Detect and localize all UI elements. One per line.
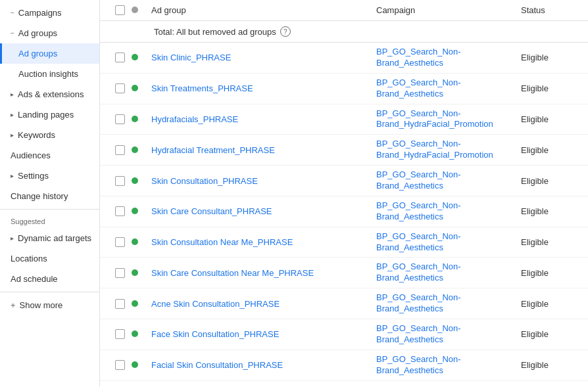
ad-group-cell: Skin Care Consultant_PHRASE xyxy=(151,206,376,216)
ad-group-link[interactable]: Skin Clinic_PHRASE xyxy=(151,53,231,62)
row-checkbox-col[interactable] xyxy=(108,53,132,62)
status-cell: Eligible xyxy=(521,114,580,124)
ad-group-cell: Hydrafacials_PHRASE xyxy=(151,114,376,124)
sidebar-item-label: Ad groups xyxy=(18,28,57,38)
sidebar-item-auction-insights[interactable]: Auction insights xyxy=(0,64,99,84)
table-row: Hydrafacials_PHRASEBP_GO_Search_Non-Bran… xyxy=(100,104,588,135)
table-row: Acne Skin Consultation_PHRASEBP_GO_Searc… xyxy=(100,288,588,319)
status-dot xyxy=(132,239,138,245)
help-icon[interactable]: ? xyxy=(280,26,291,37)
status-dot xyxy=(132,85,138,91)
ad-group-link[interactable]: Facial Skin Consultation_PHRASE xyxy=(151,360,283,370)
row-checkbox-col[interactable] xyxy=(108,237,132,247)
sidebar-item-audiences[interactable]: Audiences xyxy=(0,145,99,166)
sidebar-item-label: Settings xyxy=(18,171,49,181)
row-checkbox-col[interactable] xyxy=(108,145,132,155)
status-dot-col xyxy=(132,206,151,216)
row-checkbox[interactable] xyxy=(115,360,125,370)
chevron-icon: ▸ xyxy=(11,172,14,179)
ad-group-link[interactable]: Hydrafacial Treatment_PHRASE xyxy=(151,145,275,155)
row-checkbox-col[interactable] xyxy=(108,114,132,124)
row-checkbox-col[interactable] xyxy=(108,329,132,339)
chevron-icon: ▸ xyxy=(11,131,14,139)
campaign-link[interactable]: BP_GO_Search_Non-Brand_Aesthetics xyxy=(376,231,461,252)
row-checkbox[interactable] xyxy=(115,329,125,339)
ad-group-cell: Hydrafacial Treatment_PHRASE xyxy=(151,145,376,155)
campaign-link[interactable]: BP_GO_Search_Non-Brand_Aesthetics xyxy=(376,323,461,344)
campaign-cell: BP_GO_Search_Non-Brand_Aesthetics xyxy=(376,78,521,100)
table-row: Skin Care Consultation Near Me_PHRASEBP_… xyxy=(100,258,588,288)
sidebar-item-landing-pages[interactable]: ▸ Landing pages xyxy=(0,104,99,125)
ad-group-link[interactable]: Skin Consultation_PHRASE xyxy=(151,176,258,186)
status-cell: Eligible xyxy=(521,53,580,62)
campaign-link[interactable]: BP_GO_Search_Non-Brand_Aesthetics xyxy=(376,292,461,313)
sidebar-item-settings[interactable]: ▸ Settings xyxy=(0,166,99,186)
row-checkbox-col[interactable] xyxy=(108,206,132,216)
row-checkbox[interactable] xyxy=(115,83,125,93)
row-checkbox-col[interactable] xyxy=(108,83,132,93)
select-all-checkbox[interactable] xyxy=(115,5,125,15)
row-checkbox[interactable] xyxy=(115,176,125,186)
table-row: Hydrafacial Treatment_PHRASEBP_GO_Search… xyxy=(100,135,588,166)
chevron-icon: ▸ xyxy=(11,91,14,98)
campaign-cell: BP_GO_Search_Non-Brand_Aesthetics xyxy=(376,200,521,223)
sidebar-item-adgroups-parent[interactable]: − Ad groups xyxy=(0,23,99,43)
status-dot xyxy=(132,361,138,368)
sidebar-item-campaigns[interactable]: − Campaigns xyxy=(0,3,99,23)
ad-group-link[interactable]: Acne Skin Consultation_PHRASE xyxy=(151,299,280,309)
campaign-link[interactable]: BP_GO_Search_Non-Brand_Aesthetics xyxy=(376,47,461,68)
status-dot-col xyxy=(132,114,151,124)
sidebar-item-ad-schedule[interactable]: Ad schedule xyxy=(0,269,99,289)
sidebar-item-dynamic-ad-targets[interactable]: ▸ Dynamic ad targets xyxy=(0,228,99,248)
status-dot-col xyxy=(132,299,151,309)
row-checkbox[interactable] xyxy=(115,206,125,216)
sidebar-item-label: Campaigns xyxy=(18,8,62,18)
chevron-icon: ▸ xyxy=(11,235,14,242)
ad-group-cell: Skin Clinic_PHRASE xyxy=(151,53,376,62)
row-checkbox[interactable] xyxy=(115,299,125,309)
row-checkbox[interactable] xyxy=(115,53,125,62)
campaign-link[interactable]: BP_GO_Search_Non-Brand_Aesthetics xyxy=(376,200,461,221)
sidebar-item-label: Locations xyxy=(11,254,47,263)
row-checkbox[interactable] xyxy=(115,237,125,247)
status-cell: Eligible xyxy=(521,176,580,186)
campaign-cell: BP_GO_Search_Non-Brand_HydraFacial_Promo… xyxy=(376,108,521,131)
table-row: Skin Care Consultant_PHRASEBP_GO_Search_… xyxy=(100,196,588,227)
row-checkbox[interactable] xyxy=(115,145,125,155)
status-dot-col xyxy=(132,329,151,339)
campaign-link[interactable]: BP_GO_Search_Non-Brand_Aesthetics xyxy=(376,354,461,375)
row-checkbox[interactable] xyxy=(115,268,125,278)
sidebar-item-adgroups[interactable]: Ad groups xyxy=(0,43,99,64)
chevron-icon: − xyxy=(11,30,14,37)
ad-group-cell: Skin Consultation_PHRASE xyxy=(151,176,376,186)
campaign-link[interactable]: BP_GO_Search_Non-Brand_Aesthetics xyxy=(376,385,461,387)
campaign-link[interactable]: BP_GO_Search_Non-Brand_Aesthetics xyxy=(376,170,461,191)
row-checkbox-col[interactable] xyxy=(108,268,132,278)
ad-group-link[interactable]: Skin Care Consultant_PHRASE xyxy=(151,206,272,216)
ad-group-link[interactable]: Hydrafacials_PHRASE xyxy=(151,114,238,124)
campaign-link[interactable]: BP_GO_Search_Non-Brand_Aesthetics xyxy=(376,78,461,99)
sidebar-item-ads-extensions[interactable]: ▸ Ads & extensions xyxy=(0,84,99,104)
sidebar-item-show-more[interactable]: + Show more xyxy=(0,295,99,315)
header-checkbox-col[interactable] xyxy=(108,5,132,15)
row-checkbox-col[interactable] xyxy=(108,360,132,370)
sidebar-item-change-history[interactable]: Change history xyxy=(0,186,99,206)
ad-group-link[interactable]: Skin Treatments_PHRASE xyxy=(151,83,253,93)
status-cell: Eligible xyxy=(521,329,580,339)
campaign-link[interactable]: BP_GO_Search_Non-Brand_HydraFacial_Promo… xyxy=(376,139,493,160)
campaign-link[interactable]: BP_GO_Search_Non-Brand_HydraFacial_Promo… xyxy=(376,108,493,129)
status-dot-col xyxy=(132,360,151,370)
status-dot-col xyxy=(132,83,151,93)
row-checkbox-col[interactable] xyxy=(108,299,132,309)
sidebar-item-label: Audiences xyxy=(11,150,51,160)
ad-group-link[interactable]: Skin Consultation Near Me_PHRASE xyxy=(151,237,293,247)
row-checkbox-col[interactable] xyxy=(108,176,132,186)
table-row: Facial Skin Consultation_PHRASEBP_GO_Sea… xyxy=(100,350,588,381)
ad-group-link[interactable]: Skin Care Consultation Near Me_PHRASE xyxy=(151,268,314,278)
campaign-link[interactable]: BP_GO_Search_Non-Brand_Aesthetics xyxy=(376,262,461,283)
ad-group-link[interactable]: Face Skin Consultation_PHRASE xyxy=(151,329,279,339)
campaign-cell: BP_GO_Search_Non-Brand_Aesthetics xyxy=(376,231,521,254)
sidebar-item-locations[interactable]: Locations xyxy=(0,248,99,269)
row-checkbox[interactable] xyxy=(115,114,125,124)
sidebar-item-keywords[interactable]: ▸ Keywords xyxy=(0,125,99,145)
